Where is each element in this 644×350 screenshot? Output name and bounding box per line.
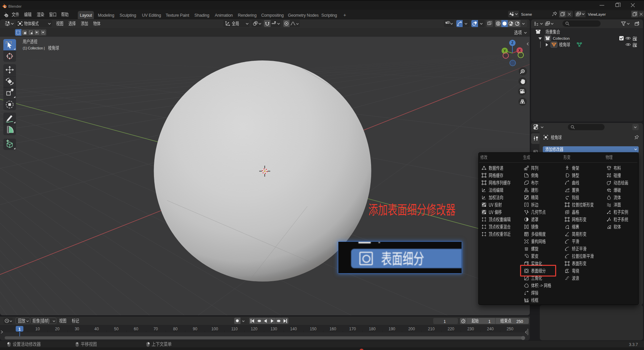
svg-text:Y: Y: [504, 49, 506, 53]
svg-text:Z: Z: [511, 41, 513, 45]
svg-text:X: X: [518, 49, 521, 52]
